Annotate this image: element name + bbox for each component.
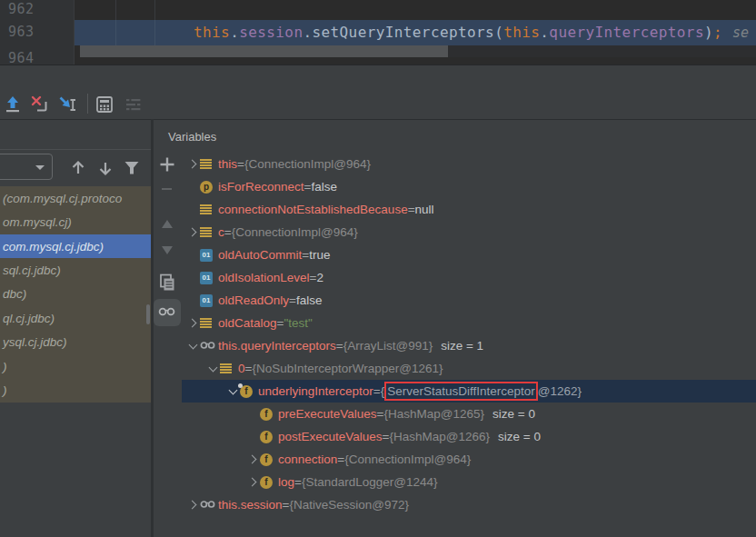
watch-glasses-icon bbox=[200, 498, 216, 512]
frame-row[interactable]: (com.mysql.cj.protoco bbox=[0, 186, 151, 210]
frame-row[interactable]: sql.cj.jdbc) bbox=[0, 258, 151, 282]
editor-hscrollbar-track[interactable] bbox=[448, 45, 756, 57]
variable-reference-value: {ConnectionImpl@964} bbox=[344, 452, 471, 466]
chevron-expanded-icon[interactable] bbox=[228, 385, 237, 394]
move-down-icon-disabled bbox=[162, 246, 173, 254]
variable-reference-value: {ConnectionImpl@964} bbox=[244, 157, 371, 171]
code-line-963[interactable]: this.session.setQueryInterceptors(this.q… bbox=[194, 20, 722, 45]
editor-gutter[interactable]: 962 963 964 bbox=[0, 0, 75, 65]
variable-name: this bbox=[218, 157, 237, 171]
frame-row[interactable]: ) bbox=[0, 354, 151, 378]
variable-row[interactable]: this.session = {NativeSession@972} bbox=[182, 493, 756, 516]
evaluate-expression-icon[interactable] bbox=[94, 94, 114, 114]
frame-row[interactable]: dbc) bbox=[0, 283, 151, 306]
frame-row-selected[interactable]: com.mysql.cj.jdbc) bbox=[0, 234, 151, 258]
variable-reference-value: {StandardLogger@1244} bbox=[302, 475, 438, 489]
filter-icon[interactable] bbox=[122, 158, 142, 178]
variable-name: 0 bbox=[238, 362, 245, 375]
add-watch-icon[interactable] bbox=[156, 154, 178, 175]
variable-row[interactable]: 01oldAutoCommit = true bbox=[182, 244, 756, 266]
variable-row[interactable]: 0 = {NoSubInterceptorWrapper@1261} bbox=[182, 357, 756, 380]
chevron-collapsed-icon[interactable] bbox=[247, 455, 256, 464]
frame-row[interactable]: ysql.cj.jdbc) bbox=[0, 331, 151, 354]
field-icon bbox=[200, 318, 212, 328]
variable-row[interactable]: c = {ConnectionImpl@964} bbox=[182, 221, 756, 244]
equals-sign: = bbox=[289, 293, 296, 307]
run-to-cursor-icon[interactable] bbox=[58, 94, 78, 114]
equals-sign: = bbox=[283, 498, 290, 512]
variable-row[interactable]: 01oldReadOnly = false bbox=[182, 289, 756, 312]
equals-sign: = bbox=[294, 475, 302, 489]
code-token: session bbox=[239, 24, 303, 41]
frame-row[interactable]: ql.cj.jdbc) bbox=[0, 306, 151, 330]
variable-row[interactable]: pisForReconnect = false bbox=[182, 175, 756, 198]
variable-name: log bbox=[278, 475, 294, 489]
variable-reference-value: {NoSubInterceptorWrapper@1261} bbox=[252, 362, 443, 375]
glasses-icon bbox=[158, 304, 176, 321]
panel-divider[interactable] bbox=[151, 119, 154, 537]
equals-sign: = bbox=[377, 407, 384, 421]
equals-sign: = bbox=[237, 157, 244, 171]
variable-reference-value: {HashMap@1266} bbox=[389, 430, 490, 443]
variable-row[interactable]: this.queryInterceptors = {ArrayList@991}… bbox=[182, 334, 756, 357]
code-editor[interactable]: 962 963 964 this.session.setQueryInterce… bbox=[0, 0, 756, 65]
thread-selector-dropdown[interactable] bbox=[0, 154, 53, 180]
duplicate-icon[interactable] bbox=[156, 272, 178, 293]
code-token: queryInterceptors bbox=[549, 24, 704, 41]
variable-row[interactable]: fpostExecuteValues = {HashMap@1266}size … bbox=[182, 425, 756, 448]
code-token: this bbox=[503, 24, 540, 41]
chevron-collapsed-icon[interactable] bbox=[187, 501, 196, 510]
variable-reference-value: {NativeSession@972} bbox=[289, 498, 409, 512]
variable-name: connectionNotEstablishedBecause bbox=[218, 203, 408, 216]
variable-string-value: "test" bbox=[284, 316, 312, 330]
variable-row[interactable]: fconnection = {ConnectionImpl@964} bbox=[182, 448, 756, 471]
variable-row[interactable]: connectionNotEstablishedBecause = null bbox=[182, 198, 756, 221]
primitive-value-icon: 01 bbox=[200, 272, 213, 284]
frame-row[interactable]: ) bbox=[0, 379, 151, 403]
variable-reference-value: @1262} bbox=[538, 384, 582, 398]
chevron-collapsed-icon[interactable] bbox=[187, 228, 196, 237]
variable-row[interactable]: fpreExecuteValues = {HashMap@1265}size =… bbox=[182, 403, 756, 425]
frames-list: (com.mysql.cj.protocoom.mysql.cj)com.mys… bbox=[0, 186, 151, 403]
frame-up-icon[interactable] bbox=[68, 158, 88, 178]
variable-name: this.session bbox=[218, 498, 283, 512]
equals-sign: = bbox=[245, 362, 253, 375]
variable-name: connection bbox=[278, 452, 337, 466]
variable-name: this.queryInterceptors bbox=[218, 339, 336, 353]
equals-sign: = bbox=[383, 430, 390, 443]
debug-toolbar bbox=[0, 65, 756, 119]
editor-hscrollbar-thumb[interactable] bbox=[80, 45, 448, 57]
move-up-icon-disabled bbox=[162, 220, 173, 228]
variable-reference-value: {ConnectionImpl@964} bbox=[232, 225, 358, 239]
chevron-collapsed-icon[interactable] bbox=[187, 160, 196, 169]
variable-value: false bbox=[296, 293, 323, 307]
ide-debugger-window: 962 963 964 this.session.setQueryInterce… bbox=[0, 0, 756, 537]
chevron-expanded-icon[interactable] bbox=[208, 363, 217, 372]
line-number: 962 bbox=[8, 1, 35, 17]
variable-row[interactable]: 01oldIsolationLevel = 2 bbox=[182, 266, 756, 289]
code-token: . bbox=[230, 24, 239, 41]
field-icon: f bbox=[260, 476, 273, 489]
frame-down-icon[interactable] bbox=[95, 158, 115, 178]
code-token: this bbox=[194, 24, 230, 41]
code-token: . bbox=[540, 24, 549, 41]
variable-row[interactable]: this = {ConnectionImpl@964} bbox=[182, 153, 756, 175]
equals-sign: = bbox=[337, 452, 344, 466]
variable-row[interactable]: oldCatalog = "test" bbox=[182, 312, 756, 334]
parameter-icon: p bbox=[200, 181, 213, 194]
variable-name: isForReconnect bbox=[218, 180, 304, 194]
frame-row[interactable]: om.mysql.cj) bbox=[0, 210, 151, 234]
chevron-collapsed-icon[interactable] bbox=[247, 478, 256, 487]
step-out-icon[interactable] bbox=[3, 94, 23, 114]
variable-name: oldIsolationLevel bbox=[218, 271, 310, 284]
primitive-value-icon: 01 bbox=[200, 294, 213, 307]
code-token: ; bbox=[713, 24, 722, 41]
show-watches-toggle-button[interactable] bbox=[154, 299, 181, 326]
variable-row-selected[interactable]: funderlyingInterceptor = {ServerStatusDi… bbox=[182, 380, 756, 403]
variable-row[interactable]: flog = {StandardLogger@1244} bbox=[182, 471, 756, 493]
field-icon: f bbox=[240, 385, 253, 398]
drop-frame-icon[interactable] bbox=[30, 94, 50, 114]
chevron-collapsed-icon[interactable] bbox=[187, 319, 196, 328]
chevron-expanded-icon[interactable] bbox=[188, 340, 197, 349]
frames-scrollbar-thumb[interactable] bbox=[146, 304, 150, 324]
